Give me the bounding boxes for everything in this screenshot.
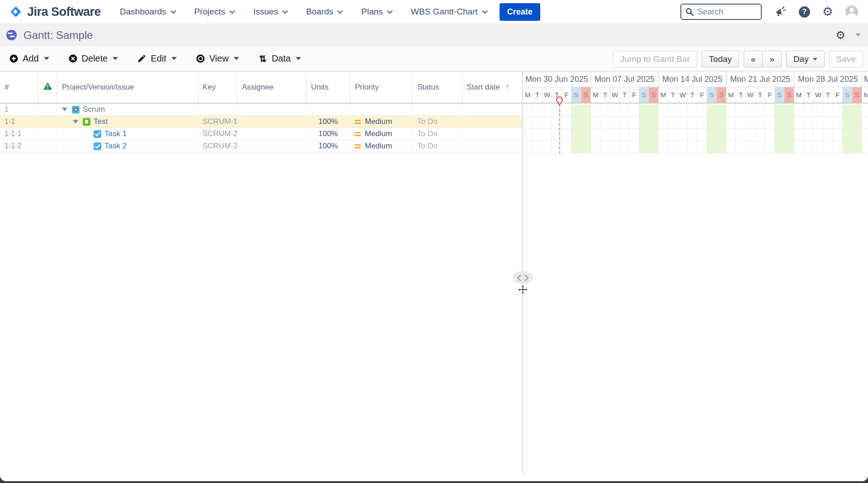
row-name-cell: Scrum xyxy=(57,104,198,115)
chevron-down-icon xyxy=(282,10,288,14)
table-row-task-2[interactable]: 1-1-2Task 2SCRUM-3100%MediumTo Do xyxy=(0,140,523,152)
column-header-assignee[interactable]: Assignee xyxy=(237,71,307,103)
nav-item-issues[interactable]: Issues xyxy=(253,7,288,17)
nav-right: ? ⚙ xyxy=(680,4,858,20)
nav-item-label: Projects xyxy=(194,7,226,17)
priority-label: Medium xyxy=(365,129,392,138)
week-header-cell: Mon 14 Jul 2025 xyxy=(659,71,726,87)
project-avatar-icon xyxy=(72,106,80,114)
column-header-start-date[interactable]: Start date↑ xyxy=(462,71,523,103)
column-header-status[interactable]: Status xyxy=(413,71,462,103)
nav-item-label: Issues xyxy=(253,7,278,17)
column-header-units[interactable]: Units xyxy=(307,71,350,103)
row-units-cell: 100% xyxy=(307,128,350,140)
column-header-key[interactable]: Key xyxy=(198,71,237,103)
priority-label: Medium xyxy=(365,117,392,126)
table-row-task-1[interactable]: 1-1-1Task 1SCRUM-2100%MediumTo Do xyxy=(0,128,523,140)
priority-medium-icon xyxy=(355,120,361,124)
day-header-cell: S xyxy=(784,87,794,103)
gantt-title-bar: Gantt: Sample ⚙ xyxy=(0,24,868,46)
nav-item-dashboards[interactable]: Dashboards xyxy=(120,7,176,17)
nav-item-plans[interactable]: Plans xyxy=(361,7,393,17)
splitter-handle[interactable] xyxy=(513,271,533,284)
edit-menu-button[interactable]: Edit xyxy=(137,53,176,64)
add-menu-button[interactable]: Add xyxy=(9,53,49,64)
today-button[interactable]: Today xyxy=(702,51,739,67)
toolbar-item-label: Data xyxy=(272,53,291,64)
view-menu-button[interactable]: View xyxy=(196,53,239,64)
issue-link[interactable]: Task 2 xyxy=(104,142,127,151)
nav-item-wbs-gantt-chart[interactable]: WBS Gantt-Chart xyxy=(411,7,488,17)
row-assignee-cell xyxy=(237,140,307,152)
search-input[interactable] xyxy=(698,7,757,17)
toolbar-item-label: Add xyxy=(23,53,39,64)
column-header-label: # xyxy=(5,83,9,92)
row-priority-cell: Medium xyxy=(350,140,413,152)
day-header-cell: S xyxy=(852,87,862,103)
chevron-down-icon xyxy=(482,10,488,14)
gantt-day-header: MTWTFSSMTWTFSSMTWTFSSMTWTFSSMTWTFSSMTWTF… xyxy=(523,87,868,104)
table-row-test[interactable]: 1-1TestSCRUM-1100%MediumTo Do xyxy=(0,116,523,128)
toolbar-right: Jump to Gantt Bar Today « » Day Save xyxy=(613,51,863,67)
task-icon xyxy=(94,130,101,138)
user-avatar[interactable] xyxy=(845,5,858,18)
day-header-cell: W xyxy=(746,87,755,103)
settings-gear-icon[interactable]: ⚙ xyxy=(822,6,833,18)
issue-link: Scrum xyxy=(83,105,105,114)
warning-icon xyxy=(43,82,52,93)
issue-link[interactable]: Test xyxy=(94,117,108,126)
week-header-cell: Mon 04 Aug 2025 xyxy=(862,71,868,87)
gantt-settings-icon[interactable]: ⚙ xyxy=(835,30,845,41)
nav-item-projects[interactable]: Projects xyxy=(194,7,236,17)
column-header-warning[interactable] xyxy=(38,71,57,103)
chevron-down-icon xyxy=(171,57,177,60)
timescale-label: Day xyxy=(793,54,809,64)
row-assignee-cell xyxy=(237,104,307,115)
jira-diamond-icon xyxy=(9,5,23,19)
column-header-project-version-issue[interactable]: Project/Version/Issue xyxy=(57,71,198,103)
chevron-down-icon xyxy=(813,58,817,61)
scroll-left-button[interactable]: « xyxy=(744,51,763,67)
day-header-cell: W xyxy=(542,87,552,103)
day-header-cell: W xyxy=(814,87,823,103)
row-name-cell: Test xyxy=(57,116,198,128)
collapse-chevron-icon[interactable] xyxy=(73,120,78,123)
chevron-down-icon[interactable] xyxy=(855,33,861,37)
chevron-down-icon xyxy=(337,10,343,14)
chevron-down-icon xyxy=(229,10,235,14)
gantt-app-icon xyxy=(6,30,17,40)
issue-link[interactable]: Task 1 xyxy=(104,129,127,138)
row-warning-cell xyxy=(38,128,57,140)
table-row-scrum[interactable]: 1Scrum xyxy=(0,104,523,116)
toolbar-item-label: View xyxy=(209,53,229,64)
today-line xyxy=(559,104,560,154)
collapse-chevron-icon[interactable] xyxy=(62,108,67,111)
create-button[interactable]: Create xyxy=(500,3,540,21)
tree-toggle-slot xyxy=(73,120,83,123)
toolbar-item-label: Edit xyxy=(151,53,166,64)
jump-to-gantt-bar-button[interactable]: Jump to Gantt Bar xyxy=(613,51,697,67)
megaphone-icon[interactable] xyxy=(774,6,787,18)
nav-item-boards[interactable]: Boards xyxy=(306,7,343,17)
row-status-cell: To Do xyxy=(413,140,462,152)
help-icon[interactable]: ? xyxy=(799,6,810,18)
scroll-right-button[interactable]: » xyxy=(762,51,782,67)
row-key-cell xyxy=(198,104,237,115)
timescale-dropdown[interactable]: Day xyxy=(786,51,825,67)
column-header-[interactable]: # xyxy=(0,71,38,103)
search-box[interactable] xyxy=(680,4,762,20)
gantt-week-header: Mon 30 Jun 2025Mon 07 Jul 2025Mon 14 Jul… xyxy=(523,71,868,87)
day-header-cell: S xyxy=(775,87,784,103)
day-header-cell: T xyxy=(755,87,765,103)
day-header-cell: T xyxy=(533,87,542,103)
week-header-cell: Mon 21 Jul 2025 xyxy=(726,71,794,87)
row-assignee-cell xyxy=(237,128,307,140)
column-header-label: Priority xyxy=(355,83,379,92)
save-button[interactable]: Save xyxy=(829,51,863,67)
jira-logo[interactable]: Jira Software xyxy=(9,5,101,19)
nav-item-label: WBS Gantt-Chart xyxy=(411,7,478,17)
delete-menu-button[interactable]: Delete xyxy=(68,53,118,64)
data-menu-button[interactable]: ⇅Data xyxy=(258,53,301,64)
day-header-cell: T xyxy=(736,87,745,103)
column-header-priority[interactable]: Priority xyxy=(350,71,413,103)
